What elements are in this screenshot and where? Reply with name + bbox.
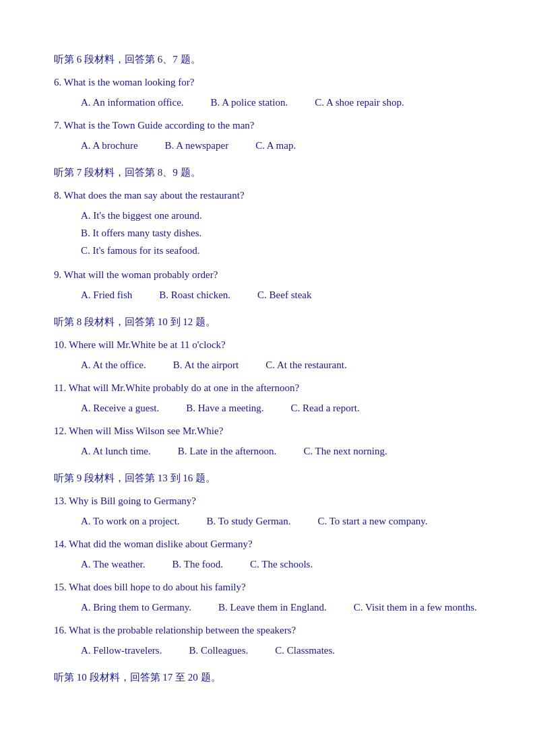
question-block-q8: 8. What does the man say about the resta… [54,187,481,260]
options-row-q16: A. Fellow-travelers.B. Colleagues.C. Cla… [81,642,481,658]
options-row-q7: A. A brochureB. A newspaperC. A map. [81,137,481,153]
options-row-q11: A. Receive a guest.B. Have a meeting.C. … [81,400,481,416]
question-text-q15: 15. What does bill hope to do about his … [54,579,481,595]
question-text-q12: 12. When will Miss Wilson see Mr.Whie? [54,423,481,439]
option-q8-0: A. It's the biggest one around. [81,207,481,224]
question-text-q7: 7. What is the Town Guide according to t… [54,117,481,133]
question-block-q11: 11. What will Mr.White probably do at on… [54,380,481,416]
options-wrap-q15: A. Bring them to Germany.B. Leave them i… [81,599,481,615]
question-text-q9: 9. What will the woman probably order? [54,267,481,283]
option-q11-2: C. Read a report. [291,400,360,416]
option-q16-2: C. Classmates. [275,642,335,658]
option-q10-2: C. At the restaurant. [265,357,346,373]
option-q10-1: B. At the airport [173,357,239,373]
options-row-q9: A. Fried fishB. Roast chicken.C. Beef st… [81,287,481,303]
option-q9-1: B. Roast chicken. [159,287,230,303]
option-q11-1: B. Have a meeting. [186,400,263,416]
question-block-q15: 15. What does bill hope to do about his … [54,579,481,615]
option-q7-2: C. A map. [255,137,296,153]
option-q15-1: B. Leave them in England. [218,599,327,615]
option-q7-0: A. A brochure [81,137,138,153]
option-q14-2: C. The schools. [250,556,313,572]
option-q12-2: C. The next norning. [303,443,387,459]
question-block-q7: 7. What is the Town Guide according to t… [54,117,481,153]
option-q13-1: B. To study German. [207,513,291,529]
option-q14-1: B. The food. [172,556,224,572]
question-block-q9: 9. What will the woman probably order?A.… [54,267,481,303]
question-block-q13: 13. Why is Bill going to Germany?A. To w… [54,493,481,529]
option-q16-1: B. Colleagues. [189,642,248,658]
question-text-q14: 14. What did the woman dislike about Ger… [54,536,481,552]
question-block-q6: 6. What is the woman looking for?A. An i… [54,74,481,110]
option-q12-0: A. At lunch time. [81,443,151,459]
option-q13-0: A. To work on a project. [81,513,180,529]
option-q6-1: B. A police station. [211,94,288,110]
options-row-q6: A. An information office.B. A police sta… [81,94,481,110]
exam-content: 听第 6 段材料，回答第 6、7 题。6. What is the woman … [54,51,481,685]
option-q8-1: B. It offers many tasty dishes. [81,225,481,241]
question-text-q11: 11. What will Mr.White probably do at on… [54,380,481,396]
question-text-q16: 16. What is the probable relationship be… [54,622,481,638]
section-header-section10: 听第 10 段材料，回答第 17 至 20 题。 [54,669,481,685]
question-block-q16: 16. What is the probable relationship be… [54,622,481,658]
question-text-q13: 13. Why is Bill going to Germany? [54,493,481,509]
option-q14-0: A. The weather. [81,556,146,572]
option-q15-0: A. Bring them to Germany. [81,599,191,615]
question-block-q12: 12. When will Miss Wilson see Mr.Whie?A.… [54,423,481,459]
option-q9-2: C. Beef steak [257,287,311,303]
question-block-q14: 14. What did the woman dislike about Ger… [54,536,481,572]
option-q9-0: A. Fried fish [81,287,132,303]
question-text-q6: 6. What is the woman looking for? [54,74,481,90]
option-q13-2: C. To start a new company. [317,513,427,529]
options-row-q10: A. At the office.B. At the airportC. At … [81,357,481,373]
option-q15-2: C. Visit them in a few months. [354,599,477,615]
option-q11-0: A. Receive a guest. [81,400,159,416]
option-q6-0: A. An information office. [81,94,184,110]
option-q16-0: A. Fellow-travelers. [81,642,162,658]
option-q7-1: B. A newspaper [165,137,229,153]
option-q12-1: B. Late in the afternoon. [178,443,277,459]
question-text-q8: 8. What does the man say about the resta… [54,187,481,203]
option-q8-2: C. It's famous for its seafood. [81,242,481,259]
section-header-section8: 听第 8 段材料，回答第 10 到 12 题。 [54,314,481,330]
question-block-q10: 10. Where will Mr.White be at 11 o'clock… [54,337,481,373]
section-header-section7: 听第 7 段材料，回答第 8、9 题。 [54,164,481,180]
options-row-q14: A. The weather.B. The food.C. The school… [81,556,481,572]
option-q10-0: A. At the office. [81,357,146,373]
section-header-section6: 听第 6 段材料，回答第 6、7 题。 [54,51,481,67]
section-header-section9: 听第 9 段材料，回答第 13 到 16 题。 [54,470,481,486]
options-row-q12: A. At lunch time.B. Late in the afternoo… [81,443,481,459]
options-row-q13: A. To work on a project.B. To study Germ… [81,513,481,529]
option-q6-2: C. A shoe repair shop. [315,94,404,110]
options-col-q8: A. It's the biggest one around.B. It off… [81,207,481,260]
question-text-q10: 10. Where will Mr.White be at 11 o'clock… [54,337,481,353]
